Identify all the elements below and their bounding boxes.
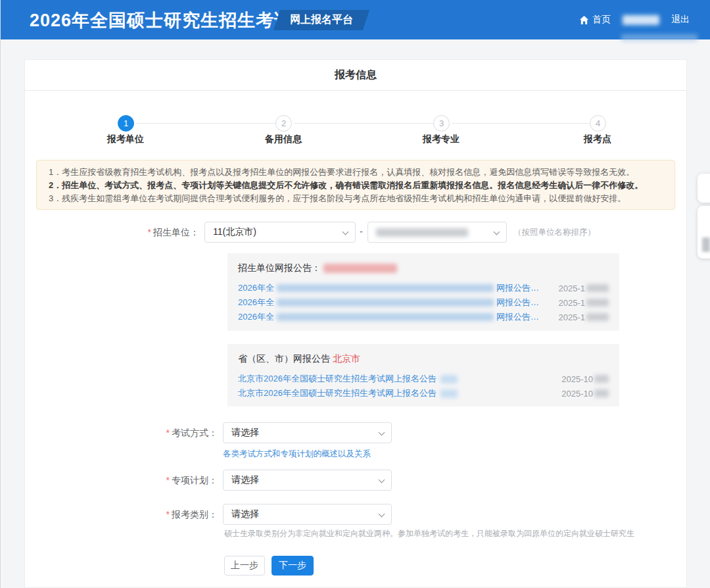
- province-announcement-link[interactable]: 北京市2026年全国硕士研究生招生考试网上报名公告: [238, 373, 458, 385]
- unit-notice-box: 招生单位网报公告： 2026年全 网报公告… 2025-1 2026年全: [227, 253, 619, 331]
- app-screen: 2026年全国硕士研究生招生考试 网上报名平台 首页 退出 报考信息 1 2 3…: [0, 0, 710, 588]
- chevron-down-icon: [494, 229, 500, 235]
- redacted-link-text: [277, 299, 494, 306]
- step-3-number: 3: [439, 118, 444, 128]
- province-name: 北京市: [333, 353, 360, 364]
- floating-widget[interactable]: [698, 206, 710, 258]
- redacted-date: [594, 375, 609, 383]
- redacted-link-text: [277, 284, 494, 292]
- unit-announcement-link[interactable]: 2026年全 网报公告…: [238, 282, 539, 294]
- special-plan-select[interactable]: 请选择: [223, 470, 392, 491]
- step-4-label: 报考点: [558, 134, 637, 145]
- redacted-username[interactable]: [623, 15, 659, 25]
- notice-line-1: 1．考生应按省级教育招生考试机构、报考点以及报考招生单位的网报公告要求进行报名，…: [49, 166, 663, 179]
- redacted-date: [594, 389, 609, 397]
- required-mark: *: [166, 509, 170, 520]
- announcement-date: 2025-10: [561, 389, 609, 399]
- category-label: *报考类别：: [86, 509, 218, 521]
- province-notice-title: 省（区、市）网报公告 北京市: [238, 353, 609, 365]
- step-4-number: 4: [596, 118, 600, 128]
- announcement-date: 2025-1: [559, 298, 609, 308]
- step-1-number: 1: [124, 118, 128, 128]
- redacted-unit-title: [323, 264, 397, 273]
- platform-badge-label: 网上报名平台: [290, 13, 353, 27]
- step-1-label: 报考单位: [86, 134, 165, 145]
- unit-name-select[interactable]: [367, 222, 507, 243]
- exam-method-select[interactable]: 请选择: [223, 422, 392, 443]
- home-link-label: 首页: [592, 14, 611, 26]
- special-plan-value: 请选择: [231, 474, 259, 486]
- province-announcement-link[interactable]: 北京市2026年全国硕士研究生招生考试网上报名公告: [238, 387, 458, 399]
- step-connector: [294, 123, 433, 124]
- exam-method-value: 请选择: [231, 427, 259, 439]
- page-title: 报考信息: [24, 59, 687, 91]
- list-item: 北京市2026年全国硕士研究生招生考试网上报名公告 2025-10: [238, 372, 609, 386]
- category-select[interactable]: 请选择: [223, 504, 392, 525]
- list-item: 北京市2026年全国硕士研究生招生考试网上报名公告 2025-10: [238, 386, 609, 401]
- exam-method-label: *考试方式：: [86, 428, 218, 439]
- redacted-link-text: [277, 313, 494, 321]
- chevron-down-icon: [379, 429, 385, 436]
- category-helper-text: 硕士生录取类别分为非定向就业和定向就业两种。参加单独考试的考生，只能被录取为回原…: [224, 528, 634, 539]
- redacted-widget-glyph: [702, 237, 710, 252]
- step-1-circle: 1: [118, 115, 134, 132]
- redacted-unit-name: [376, 228, 468, 237]
- special-plan-label: *专项计划：: [86, 475, 218, 487]
- step-connector: [452, 123, 590, 124]
- next-step-button[interactable]: 下一步: [272, 556, 314, 576]
- step-2-circle: 2: [275, 115, 292, 132]
- unit-notice-title: 招生单位网报公告：: [238, 262, 609, 274]
- platform-badge: 网上报名平台: [273, 10, 369, 30]
- required-mark: *: [148, 227, 151, 237]
- unit-province-select[interactable]: 11(北京市): [204, 222, 356, 243]
- list-item: 2026年全 网报公告… 2025-1: [238, 281, 609, 295]
- announcement-date: 2025-10: [561, 374, 609, 384]
- step-connector: [136, 123, 275, 124]
- announcement-date: 2025-1: [559, 312, 609, 322]
- step-2-number: 2: [281, 118, 286, 128]
- list-item: 2026年全 网报公告… 2025-1: [238, 310, 609, 324]
- unit-field-label: *招生单位：: [68, 227, 199, 239]
- redacted-subheader-text: [621, 34, 698, 41]
- step-3-circle: 3: [433, 115, 450, 132]
- redacted-link-suffix: [440, 375, 458, 383]
- top-header: 2026年全国硕士研究生招生考试 网上报名平台 首页 退出: [1, 0, 710, 39]
- chevron-down-icon: [379, 477, 385, 483]
- logout-link[interactable]: 退出: [671, 14, 690, 26]
- prev-step-button[interactable]: 上一步: [224, 556, 265, 576]
- redacted-date: [586, 284, 609, 292]
- redacted-link-suffix: [440, 389, 458, 398]
- notice-box: 1．考生应按省级教育招生考试机构、报考点以及报考招生单位的网报公告要求进行报名，…: [36, 160, 675, 210]
- province-notice-list: 北京市2026年全国硕士研究生招生考试网上报名公告 2025-10 北京市202…: [238, 372, 609, 401]
- category-value: 请选择: [231, 508, 259, 520]
- floating-widget[interactable]: [698, 174, 710, 203]
- step-2-label: 备用信息: [244, 134, 323, 145]
- required-mark: *: [166, 475, 170, 485]
- unit-province-value: 11(北京市): [213, 226, 256, 238]
- chevron-down-icon: [379, 511, 385, 518]
- notice-line-2: 2．招生单位、考试方式、报考点、专项计划等关键信息提交后不允许修改，确有错误需取…: [49, 179, 663, 192]
- unit-announcement-link[interactable]: 2026年全 网报公告…: [238, 297, 539, 308]
- home-link[interactable]: 首页: [579, 14, 611, 26]
- redacted-date: [586, 313, 609, 321]
- unit-sort-hint: （按照单位名称排序）: [513, 227, 596, 238]
- site-title: 2026年全国硕士研究生招生考试: [30, 9, 293, 32]
- step-3-label: 报考专业: [402, 134, 481, 145]
- required-mark: *: [166, 428, 170, 438]
- step-4-circle: 4: [590, 115, 606, 132]
- list-item: 2026年全 网报公告… 2025-1: [238, 295, 609, 310]
- unit-notice-list: 2026年全 网报公告… 2025-1 2026年全 网报公告… 2025-1: [238, 281, 609, 324]
- province-notice-box: 省（区、市）网报公告 北京市 北京市2026年全国硕士研究生招生考试网上报名公告…: [227, 344, 619, 406]
- redacted-date: [586, 299, 609, 306]
- chevron-down-icon: [343, 229, 349, 235]
- select-separator: -: [360, 226, 363, 237]
- header-nav: 首页 退出: [579, 0, 690, 39]
- announcement-date: 2025-1: [559, 283, 609, 293]
- home-icon: [579, 15, 589, 25]
- unit-announcement-link[interactable]: 2026年全 网报公告…: [238, 311, 539, 323]
- notice-line-3: 3．残疾考生如需组考单位在考试期间提供合理考试便利服务的，应于报名阶段与考点所在…: [49, 192, 663, 205]
- exam-method-help-link[interactable]: 各类考试方式和专项计划的概述以及关系: [223, 449, 371, 460]
